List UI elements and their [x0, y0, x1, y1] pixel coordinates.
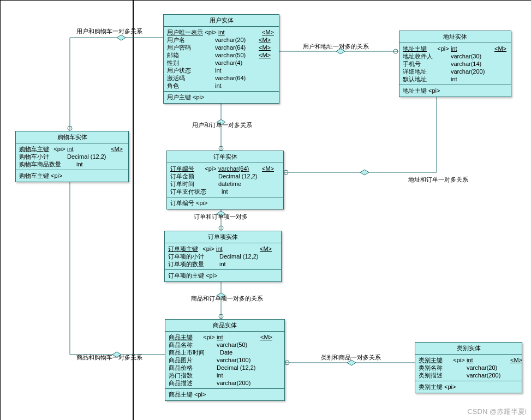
attribute-row: 激活码varchar(64)	[167, 74, 276, 82]
entity-foot: 订单编号 <pi>	[167, 197, 283, 209]
entity-body: 购物车主键<pi>int<M>购物车小计Decimal (12,2)购物车商品数…	[16, 143, 128, 170]
entity-title: 订单项实体	[165, 231, 281, 243]
attribute-row: 订单项的小计Decimal (12,2)	[168, 253, 278, 260]
attribute-row: 商品主键<pi>int<M>	[169, 333, 281, 341]
attribute-row: 类别名称varchar(20)	[419, 364, 518, 371]
entity-foot: 类别主键 <pi>	[415, 381, 522, 393]
attribute-row: 商品名称varchar(50)	[169, 341, 281, 349]
attribute-row: 角色int	[167, 82, 276, 89]
entity-orderitem: 订单项实体 订单项主键<pi>int<M>订单项的小计Decimal (12,2…	[164, 231, 282, 282]
entity-foot: 用户主键 <pi>	[164, 92, 279, 103]
attribute-row: 用户状态int	[167, 67, 276, 74]
entity-body: 用户唯一表示<pi>int<M>用户名varchar(20)<M>用户密码var…	[164, 27, 279, 92]
entity-foot: 购物车主键 <pi>	[16, 170, 128, 182]
attribute-row: 地址收件人varchar(30)	[403, 52, 508, 60]
attribute-row: 详细地址varchar(200)	[403, 68, 508, 75]
attribute-row: 手机号varchar(14)	[403, 60, 508, 68]
attribute-row: 商品图片varchar(100)	[169, 356, 281, 364]
attribute-row: 地址主键<pi>int<M>	[403, 45, 508, 52]
attribute-row: 购物车小计Decimal (12,2)	[19, 153, 125, 160]
attribute-row: 订单项主键<pi>int<M>	[168, 245, 278, 253]
attribute-row: 商品描述varchar(200)	[169, 379, 281, 387]
attribute-row: 购物车商品数量int	[19, 160, 125, 168]
attribute-row: 邮箱varchar(50)<M>	[167, 51, 276, 59]
attribute-row: 热门指数int	[169, 371, 281, 379]
attribute-row: 用户密码varchar(64)<M>	[167, 44, 276, 51]
entity-body: 订单编号<pi>varchar(64)<M>订单金额Decimal (12,2)…	[167, 163, 283, 197]
entity-title: 地址实体	[399, 31, 511, 43]
attribute-row: 订单项的数量int	[168, 260, 278, 268]
entity-order: 订单实体 订单编号<pi>varchar(64)<M>订单金额Decimal (…	[166, 151, 284, 209]
entity-foot: 地址主键 <pi>	[399, 85, 511, 97]
attribute-row: 购物车主键<pi>int<M>	[19, 145, 125, 153]
rel-user-order: 用户和订单一对多关系	[192, 121, 252, 129]
rel-user-cart: 用户和购物车一对多关系	[76, 27, 142, 35]
rel-product-item: 商品和订单项一对多的关系	[191, 295, 263, 303]
attribute-row: 订单金额Decimal (12,2)	[170, 172, 280, 180]
entity-body: 地址主键<pi>int<M>地址收件人varchar(30)手机号varchar…	[399, 43, 511, 85]
attribute-row: 订单支付状态int	[170, 188, 280, 195]
entity-title: 购物车实体	[16, 131, 128, 143]
rel-user-address: 用户和地址一对多的关系	[303, 43, 369, 51]
entity-title: 订单实体	[167, 151, 283, 163]
rel-order-item: 订单和订单项一对多	[194, 213, 248, 221]
attribute-row: 类别描述varchar(200)	[419, 371, 518, 379]
entity-body: 类别主键<pi>int<M>类别名称varchar(20)类别描述varchar…	[415, 355, 522, 381]
entity-title: 商品实体	[165, 320, 284, 332]
entity-product: 商品实体 商品主键<pi>int<M>商品名称varchar(50)商品上市时间…	[165, 319, 285, 401]
rel-address-order: 地址和订单一对多关系	[408, 176, 468, 184]
attribute-row: 类别主键<pi>int<M>	[419, 356, 518, 364]
watermark: CSDN @赤耀半夏i	[467, 407, 527, 417]
attribute-row: 用户唯一表示<pi>int<M>	[167, 28, 276, 36]
entity-foot: 订单项的主键 <pi>	[165, 270, 281, 281]
entity-title: 类别实体	[415, 343, 522, 355]
rel-product-cart: 商品和购物车一对多关系	[76, 353, 142, 362]
entity-body: 订单项主键<pi>int<M>订单项的小计Decimal (12,2)订单项的数…	[165, 243, 281, 270]
entity-title: 用户实体	[164, 15, 279, 27]
entity-cart: 购物车实体 购物车主键<pi>int<M>购物车小计Decimal (12,2)…	[15, 131, 129, 182]
entity-body: 商品主键<pi>int<M>商品名称varchar(50)商品上市时间Date商…	[165, 332, 284, 389]
attribute-row: 默认地址int	[403, 75, 508, 83]
entity-user: 用户实体 用户唯一表示<pi>int<M>用户名varchar(20)<M>用户…	[163, 14, 279, 104]
entity-category: 类别实体 类别主键<pi>int<M>类别名称varchar(20)类别描述va…	[415, 342, 522, 393]
attribute-row: 商品价格Decimal (12,2)	[169, 364, 281, 371]
attribute-row: 用户名varchar(20)<M>	[167, 36, 276, 44]
entity-foot: 商品主键 <pi>	[165, 389, 284, 400]
attribute-row: 商品上市时间Date	[169, 349, 281, 356]
attribute-row: 订单时间datetime	[170, 180, 280, 188]
attribute-row: 性别varchar(4)	[167, 59, 276, 67]
entity-address: 地址实体 地址主键<pi>int<M>地址收件人varchar(30)手机号va…	[399, 31, 511, 97]
attribute-row: 订单编号<pi>varchar(64)<M>	[170, 165, 280, 172]
rel-category-product: 类别和商品一对多关系	[321, 353, 381, 362]
